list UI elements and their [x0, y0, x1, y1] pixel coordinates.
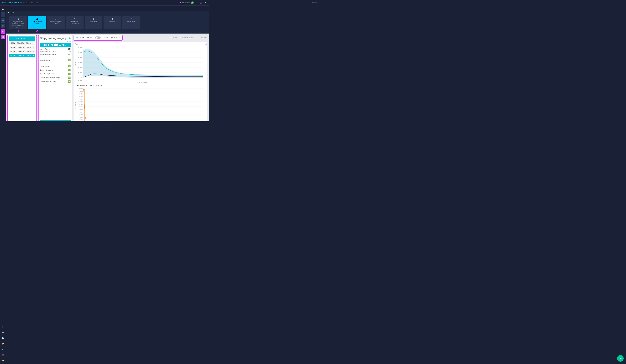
charts-panel: ⚙ FILTER SETTINGS FILTER DEACTIVATED mea…	[74, 35, 207, 121]
remove-signal-button[interactable]: ✕	[32, 46, 35, 48]
check-numeric-label: Numeric values only	[40, 69, 53, 71]
step-1-card[interactable]: 1 Project settings ISM330ISN - STMicr...…	[9, 16, 27, 29]
run-checks-button[interactable]: RUN OPTIONAL CHECKS	[40, 120, 71, 121]
step-3-card[interactable]: 3 Abnormal signals 1 File	[47, 16, 65, 29]
download-signal-button[interactable]: DOWNLOAD SIGNAL FILE ⬇	[40, 43, 71, 47]
check-min-lines: Check for minimum lines ✅	[40, 80, 71, 83]
list-item[interactable]: 04500rpm_00g_000mm_000mm ✕	[9, 41, 35, 45]
name-label: Name	[40, 37, 66, 38]
svg-text:40: 40	[108, 80, 109, 82]
svg-text:50: 50	[114, 80, 115, 82]
svg-text:81: 81	[132, 80, 133, 82]
sidebar-item-home[interactable]: 🏠	[0, 7, 5, 11]
step-6-badge: .	[104, 29, 121, 34]
filter-settings-label: FILTER SETTINGS	[79, 37, 93, 39]
step-2-num: 2	[36, 17, 38, 20]
chart1-yaxis-label: Values	[75, 45, 77, 83]
svg-text:60,000: 60,000	[78, 47, 82, 48]
list-item[interactable]: 00500rpm_00g_000mm_000mm... ✕	[9, 54, 35, 57]
signals-panel: ADD SIGNAL 04500rpm_00g_000mm_000mm ✕ 02…	[7, 35, 37, 121]
svg-text:50,000: 50,000	[78, 52, 82, 53]
remove-signal-button[interactable]: ✕	[32, 54, 35, 56]
step-4-label: Benchmark	[71, 21, 78, 23]
svg-text:121: 121	[156, 80, 157, 82]
topbar-right: Hello Julian ! J − □ ✕	[180, 1, 207, 4]
fft-line	[83, 89, 203, 121]
list-item[interactable]: 01000rpm_00g_000mm_000mm ✕	[9, 50, 35, 53]
step-3-badge: .	[47, 29, 65, 34]
steps-bar: 1 Project settings ISM330ISN - STMicr...…	[8, 15, 207, 29]
signal-name: 01000rpm_00g_000mm_000mm	[10, 51, 31, 52]
maximize-button[interactable]: □	[199, 1, 202, 4]
file-info-values-per-axis: Number of values per axis : 171	[40, 54, 71, 56]
filter-bar: ⚙ FILTER SETTINGS FILTER DEACTIVATED	[74, 35, 123, 40]
signal-name: 02000rpm_00g_000mm_000mm	[10, 46, 31, 48]
check-min-lines-icon: ✅	[68, 80, 71, 83]
sidebar-item-sf[interactable]: SF	[0, 24, 5, 28]
filter-legend-row: ⚙ FILTER SETTINGS FILTER DEACTIVATED mea…	[74, 35, 207, 40]
chart1-svg: 60,000 50,000 40,000 30,000 20,000 10,00…	[77, 45, 206, 83]
step-4-card[interactable]: 4 Benchmark 3 Benchmarks	[66, 16, 83, 29]
step-3-meta1: 1 File	[54, 23, 57, 24]
step-7-card[interactable]: 7 Deployment	[122, 16, 140, 29]
svg-text:-10,000: -10,000	[78, 80, 82, 81]
check-max-line-label: Check for maximum line length	[40, 77, 60, 79]
minmax-area	[83, 49, 203, 78]
step-1-badge: 1	[9, 29, 27, 34]
svg-text:171: 171	[186, 80, 188, 82]
step-2-card[interactable]: 2 Regular signals 4 Files	[28, 16, 46, 29]
std-dot	[179, 38, 181, 38]
remove-signal-button[interactable]: ✕	[32, 50, 35, 52]
svg-text:82,800: 82,800	[79, 96, 82, 97]
close-button[interactable]: ✕	[203, 1, 207, 4]
step-3-num: 3	[55, 17, 57, 20]
svg-text:102,900: 102,900	[79, 88, 82, 89]
add-signal-button[interactable]: ADD SIGNAL	[9, 37, 35, 40]
minimize-button[interactable]: −	[195, 1, 198, 4]
step-2-label: Regular signals	[32, 21, 42, 23]
filter-settings-button[interactable]: ⚙ FILTER SETTINGS	[76, 37, 93, 39]
sidebar: 🏠 DL DM SF AD AD ⚙ 💬 📄 📁 >_ ⊞ 📂	[0, 5, 6, 121]
main-content: 📁 ISPU 1 Project settings ISM330ISN - ST…	[6, 11, 209, 121]
filter-toggle[interactable]	[95, 37, 101, 39]
file-panel: Name 00500rpm_00g_000mm_000mm_AB1_p ⧉ 30…	[38, 35, 72, 121]
mean-dot	[170, 38, 172, 38]
step-4-badge: .	[66, 29, 83, 34]
chart1-area: Values	[75, 45, 206, 83]
minmax-dot	[196, 38, 200, 38]
list-item[interactable]: 02000rpm_00g_000mm_000mm ✕	[9, 45, 35, 49]
svg-text:29,200: 29,200	[79, 117, 82, 118]
sidebar-item-dl[interactable]: DL	[0, 12, 5, 17]
charts-container: 4 Axis 1 Values	[74, 42, 207, 121]
svg-text:42,600: 42,600	[79, 111, 82, 113]
file-info-lines: Lines in file : 848	[40, 48, 71, 50]
step-1-num: 1	[17, 17, 19, 20]
check-numeric-icon: ✅	[68, 69, 71, 71]
legend-minmax: min/max	[196, 37, 207, 39]
sidebar-item-dm[interactable]: DM	[0, 18, 5, 23]
step-5-label: Validation	[90, 21, 97, 23]
svg-text:20: 20	[95, 80, 96, 82]
step-6-card[interactable]: 6 Emulator	[104, 16, 121, 29]
svg-text:71: 71	[126, 80, 127, 82]
step-1-meta1: ISM330ISN - STMicr...	[12, 23, 25, 24]
svg-text:91: 91	[138, 80, 139, 82]
sidebar-item-ad2[interactable]: AD	[0, 35, 5, 40]
check-not-empty-icon: ✅	[68, 65, 71, 67]
svg-text:69,400: 69,400	[79, 101, 82, 102]
remove-signal-button[interactable]: ✕	[32, 42, 35, 44]
content-area: ADD SIGNAL 04500rpm_00g_000mm_000mm ✕ 02…	[6, 34, 209, 121]
step-1-meta3: 3 axes	[16, 26, 20, 28]
chart1-svg-container: 60,000 50,000 40,000 30,000 20,000 10,00…	[77, 45, 206, 83]
step-5-card[interactable]: 5 Validation	[85, 16, 102, 29]
svg-text:Column number: Column number	[139, 82, 147, 83]
check-ram-label: Check for RAM	[40, 59, 50, 61]
svg-text:61: 61	[120, 80, 121, 82]
copy-icon[interactable]: ⧉	[69, 37, 71, 39]
sidebar-item-ad1[interactable]: AD	[0, 29, 5, 34]
chart2-section: Average modulus of the FFT of Axis 1 FFT…	[75, 84, 206, 121]
app-logo: 🔷 NANOEDGE AI STUDIO	[2, 2, 22, 4]
svg-text:40,000: 40,000	[78, 57, 82, 58]
file-name-row: Name 00500rpm_00g_000mm_000mm_AB1_p ⧉	[40, 37, 71, 40]
svg-text:30: 30	[101, 80, 103, 82]
